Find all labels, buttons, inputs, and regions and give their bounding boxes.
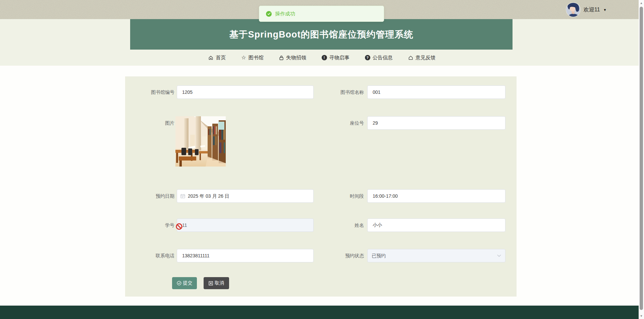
calendar-icon	[180, 194, 185, 198]
site-banner: 基于SpringBoot的图书馆座位预约管理系统	[130, 19, 513, 50]
header: 基于SpringBoot的图书馆座位预约管理系统 首页 ☆ 图书馆 失物招领 !…	[0, 19, 644, 66]
scroll-down-icon[interactable]: ▼	[639, 314, 644, 318]
nav-item-lost-found[interactable]: 失物招领	[279, 55, 306, 61]
library-no-label: 图书馆编号	[151, 85, 174, 99]
seat-no-label: 座位号	[350, 116, 364, 130]
status-label: 预约状态	[345, 249, 364, 262]
info-icon: !	[322, 55, 327, 60]
success-check-icon	[266, 11, 272, 17]
time-slot-label: 时间段	[350, 189, 364, 203]
nav-label: 公告信息	[373, 55, 393, 61]
vertical-scrollbar[interactable]: ▲ ▼	[639, 0, 644, 319]
library-no-input[interactable]	[177, 85, 314, 99]
library-name-label: 图书馆名称	[340, 85, 364, 99]
nav-label: 图书馆	[249, 55, 264, 61]
nav-label: 意见反馈	[416, 55, 436, 61]
not-allowed-cursor-icon	[175, 223, 183, 230]
nav-item-home[interactable]: 首页	[208, 55, 226, 61]
success-toast: 操作成功	[259, 6, 384, 22]
chevron-down-icon	[497, 254, 501, 257]
nav-label: 失物招领	[286, 55, 306, 61]
lock-icon	[279, 55, 284, 60]
home-icon	[208, 55, 213, 60]
caret-down-icon: ▼	[603, 8, 607, 12]
seat-no-input[interactable]	[367, 116, 505, 130]
student-no-input	[177, 218, 314, 232]
status-value: 已预约	[372, 249, 386, 262]
welcome-text: 欢迎11	[584, 6, 600, 13]
nav-item-found-notice[interactable]: ! 寻物启事	[322, 55, 350, 61]
student-no-label: 学号	[165, 218, 174, 232]
reservation-form: 图书馆编号 图书馆名称 图片	[125, 76, 517, 297]
reserve-date-value: 2025 年 03 月 26 日	[188, 190, 229, 202]
name-input[interactable]	[367, 218, 505, 232]
nav-label: 首页	[216, 55, 226, 61]
question-icon: ?	[365, 55, 370, 60]
submit-button[interactable]: 提交	[172, 277, 197, 289]
main-nav: 首页 ☆ 图书馆 失物招领 ! 寻物启事 ? 公告信息 意见反馈	[0, 50, 644, 66]
reserve-date-label: 预约日期	[156, 189, 174, 203]
check-circle-icon	[177, 281, 181, 285]
scroll-up-icon[interactable]: ▲	[639, 1, 644, 5]
status-select: 已预约	[367, 249, 505, 262]
phone-label: 联系电话	[156, 249, 174, 262]
home-icon	[408, 55, 413, 60]
avatar[interactable]	[566, 3, 580, 17]
name-label: 姓名	[355, 218, 364, 232]
star-icon: ☆	[241, 55, 246, 60]
page-title: 基于SpringBoot的图书馆座位预约管理系统	[229, 28, 414, 41]
nav-item-feedback[interactable]: 意见反馈	[408, 55, 436, 61]
cancel-button[interactable]: 取消	[204, 277, 229, 289]
page: 基于SpringBoot的图书馆座位预约管理系统 首页 ☆ 图书馆 失物招领 !…	[0, 0, 644, 319]
footer	[0, 306, 644, 319]
time-slot-input[interactable]	[367, 189, 505, 203]
nav-item-announcements[interactable]: ? 公告信息	[365, 55, 393, 61]
library-name-input[interactable]	[367, 85, 505, 99]
nav-item-library[interactable]: ☆ 图书馆	[241, 55, 263, 61]
x-square-icon	[209, 281, 213, 285]
toast-message: 操作成功	[275, 11, 295, 17]
picture-label: 图片	[165, 116, 174, 130]
scrollbar-thumb[interactable]	[640, 7, 643, 310]
reserve-date-input[interactable]: 2025 年 03 月 26 日	[177, 189, 314, 203]
nav-label: 寻物启事	[329, 55, 350, 61]
phone-input[interactable]	[177, 249, 314, 262]
library-photo	[175, 116, 226, 167]
user-menu[interactable]: 欢迎11 ▼	[566, 2, 607, 18]
